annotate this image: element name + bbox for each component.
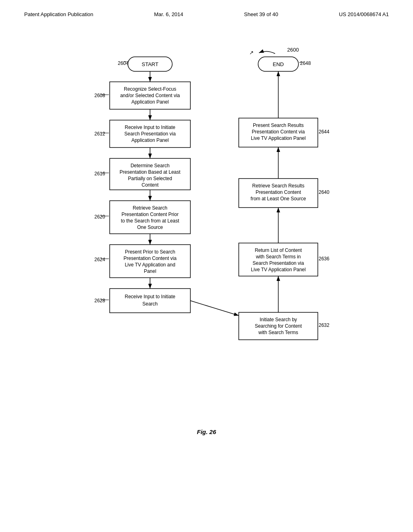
svg-text:2636: 2636 <box>319 256 330 262</box>
svg-text:2612: 2612 <box>94 131 105 137</box>
svg-text:2620: 2620 <box>94 214 105 220</box>
svg-text:with Search Terms: with Search Terms <box>258 330 298 335</box>
svg-text:2604: 2604 <box>118 60 129 66</box>
svg-text:Live TV Application and: Live TV Application and <box>125 262 175 268</box>
svg-text:Initiate Search by: Initiate Search by <box>260 317 297 322</box>
svg-text:Presentation Based at Least: Presentation Based at Least <box>120 169 181 175</box>
svg-text:Live TV Application Panel: Live TV Application Panel <box>251 135 306 141</box>
svg-text:Retrieve Search: Retrieve Search <box>133 205 167 211</box>
svg-text:2624: 2624 <box>94 257 105 262</box>
svg-text:from at Least One Source: from at Least One Source <box>250 196 306 202</box>
svg-text:↗: ↗ <box>249 50 254 56</box>
svg-text:Search Presentation via: Search Presentation via <box>124 131 176 137</box>
svg-text:Receive Input to Initiate: Receive Input to Initiate <box>125 294 175 299</box>
svg-text:Retrieve Search Results: Retrieve Search Results <box>252 183 304 189</box>
svg-text:Present Search Results: Present Search Results <box>253 123 304 128</box>
svg-text:Live TV Application Panel: Live TV Application Panel <box>251 267 306 272</box>
page-header: Patent Application Publication Mar. 6, 2… <box>0 0 413 21</box>
svg-text:Searching for Content: Searching for Content <box>255 323 302 329</box>
svg-text:Presentation Content: Presentation Content <box>256 189 301 195</box>
svg-text:2608: 2608 <box>94 93 105 98</box>
svg-text:2632: 2632 <box>319 322 330 328</box>
svg-line-44 <box>190 301 239 316</box>
figure-caption: Fig. 26 <box>0 428 413 435</box>
svg-text:Return List of Content: Return List of Content <box>255 247 302 253</box>
svg-text:Presentation Content via: Presentation Content via <box>123 256 177 261</box>
svg-text:Panel: Panel <box>144 268 156 274</box>
svg-text:Presentation Content Prior: Presentation Content Prior <box>121 212 178 217</box>
svg-text:One Source: One Source <box>137 224 163 230</box>
svg-text:Receive Input to Initiate: Receive Input to Initiate <box>125 125 175 130</box>
flowchart-svg: 2600 ↗ START 2604 Recognize Select-Focus… <box>61 29 352 424</box>
svg-text:END: END <box>273 61 284 67</box>
svg-text:to the Search from at Least: to the Search from at Least <box>121 218 179 224</box>
svg-text:2600: 2600 <box>287 47 299 53</box>
svg-text:2648: 2648 <box>300 60 311 66</box>
svg-text:Present Prior to Search: Present Prior to Search <box>125 249 175 255</box>
header-patent: US 2014/0068674 A1 <box>339 11 389 17</box>
header-sheet: Sheet 39 of 40 <box>244 11 278 17</box>
svg-text:2640: 2640 <box>319 189 330 195</box>
svg-text:with Search Terms in: with Search Terms in <box>255 254 300 260</box>
svg-text:2628: 2628 <box>94 298 105 303</box>
svg-text:Determine Search: Determine Search <box>131 163 170 168</box>
diagram-area: 2600 ↗ START 2604 Recognize Select-Focus… <box>0 21 413 443</box>
svg-text:Partially on Selected: Partially on Selected <box>128 176 172 181</box>
svg-text:and/or Selected Content via: and/or Selected Content via <box>120 93 180 98</box>
header-left: Patent Application Publication <box>24 11 93 17</box>
header-date: Mar. 6, 2014 <box>154 11 183 17</box>
svg-text:Application Panel: Application Panel <box>131 137 169 143</box>
svg-text:Search: Search <box>142 301 158 307</box>
svg-text:Presentation Content via: Presentation Content via <box>252 129 305 135</box>
svg-text:Content: Content <box>142 182 159 188</box>
svg-text:2616: 2616 <box>94 171 105 177</box>
svg-text:2644: 2644 <box>319 129 330 135</box>
svg-text:Search Presentation via: Search Presentation via <box>252 260 304 266</box>
svg-text:Recognize Select-Focus: Recognize Select-Focus <box>124 86 176 92</box>
svg-rect-40 <box>110 289 190 313</box>
svg-text:START: START <box>142 61 158 67</box>
svg-text:Application Panel: Application Panel <box>131 99 169 105</box>
